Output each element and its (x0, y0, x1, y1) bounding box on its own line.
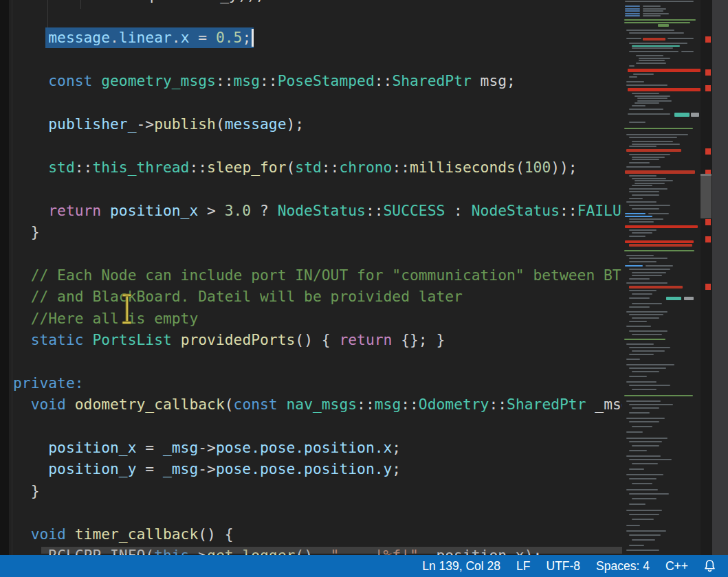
minimap-line (629, 109, 663, 110)
editor-left-border (12, 0, 12, 555)
minimap-line (626, 84, 668, 86)
code-line[interactable]: publisher_->publish(message); (48, 113, 304, 135)
code-line[interactable]: void odometry_callback(const nav_msgs::m… (31, 394, 622, 416)
minimap-line (629, 205, 670, 206)
minimap-line (629, 545, 644, 546)
code-token: -> (198, 439, 216, 456)
minimap-line (633, 73, 654, 75)
code-line[interactable]: position_y)); (150, 0, 265, 6)
minimap-line (625, 15, 640, 16)
minimap-line (632, 194, 659, 196)
minimap-line (635, 95, 670, 97)
minimap-line (632, 208, 659, 210)
code-line[interactable]: return position_x > 3.0 ? NodeStatus::SU… (48, 200, 622, 222)
code-line[interactable]: //Here all is empty (31, 308, 199, 330)
minimap-line (629, 376, 647, 377)
minimap-line (643, 10, 663, 12)
code-line[interactable]: message.linear.x = 0.5; (48, 27, 251, 49)
minimap-line (632, 185, 652, 186)
code-token: :: (189, 159, 207, 176)
notifications-bell-icon[interactable] (704, 559, 716, 573)
code-line[interactable]: const geometry_msgs::msg::PoseStamped::S… (48, 70, 516, 92)
code-line[interactable]: } (31, 480, 40, 502)
minimap-line (626, 400, 661, 402)
error-mark (705, 236, 711, 242)
minimap-line (626, 438, 668, 439)
code-token: // and BlackBoard. Dateil will be proivi… (31, 288, 463, 305)
minimap-line (624, 395, 693, 396)
status-language[interactable]: C++ (665, 559, 688, 574)
code-line[interactable]: // and BlackBoard. Dateil will be proivi… (31, 286, 463, 308)
window-edge (712, 0, 728, 555)
minimap-line (626, 359, 640, 360)
scrollbar-thumb[interactable] (701, 174, 712, 218)
minimap-line (629, 65, 635, 67)
code-line[interactable]: void timer_callback() { (31, 523, 234, 545)
code-token: :: (75, 159, 93, 176)
code-line[interactable]: static PortsList providedPorts() { retur… (31, 329, 445, 351)
minimap-line (626, 418, 665, 419)
code-line[interactable]: } (31, 221, 40, 243)
status-line-col[interactable]: Ln 139, Col 28 (422, 559, 500, 574)
minimap-line (632, 105, 646, 106)
minimap-line (629, 306, 650, 308)
minimap-line (629, 258, 668, 259)
minimap-line (632, 445, 659, 446)
minimap-line (624, 250, 694, 251)
minimap-line (629, 269, 670, 270)
minimap-line (625, 240, 694, 243)
status-encoding[interactable]: UTF-8 (547, 559, 581, 574)
minimap-line (643, 13, 669, 14)
minimap-line (629, 290, 657, 291)
code-token: msg; (472, 72, 516, 89)
minimap[interactable] (622, 0, 701, 555)
minimap-line (629, 404, 673, 405)
minimap-line (629, 43, 687, 44)
code-line[interactable]: std::this_thread::sleep_for(std::chrono:… (48, 157, 577, 179)
code-token: :: (560, 202, 577, 219)
code-token: . (172, 29, 181, 46)
code-token: chrono (339, 159, 392, 176)
minimap-line (626, 455, 661, 457)
code-token (278, 396, 287, 413)
code-line[interactable]: // Each Node can include port IN/OUT for… (31, 264, 621, 286)
horizontal-scrollbar[interactable] (41, 547, 622, 554)
minimap-line (629, 297, 650, 299)
minimap-line (632, 275, 662, 276)
code-line[interactable]: position_x = _msg->pose.pose.position.x; (48, 437, 401, 459)
code-token: // Each Node can include port IN/OUT for… (31, 267, 621, 284)
status-indentation[interactable]: Spaces: 4 (596, 559, 650, 574)
error-mark (705, 36, 711, 43)
indent-guide (80, 0, 81, 9)
code-token: {}; } (392, 331, 445, 348)
code-token: () { (198, 525, 233, 543)
code-token: return (339, 331, 392, 348)
minimap-line (666, 297, 681, 300)
minimap-line (629, 412, 650, 414)
minimap-line (629, 321, 647, 322)
code-token: const (48, 72, 92, 89)
minimap-line (625, 5, 640, 7)
error-mark (705, 148, 711, 155)
code-editor[interactable]: position_y));message.linear.x = 0.5;cons… (0, 0, 622, 555)
minimap-line (635, 102, 659, 104)
minimap-line (635, 183, 665, 184)
status-eol[interactable]: LF (516, 559, 530, 574)
code-line[interactable]: private: (13, 372, 84, 394)
minimap-line (629, 450, 647, 451)
minimap-line (626, 343, 654, 345)
minimap-line (626, 81, 644, 82)
minimap-line (629, 441, 662, 442)
code-token: NodeStatus (278, 202, 366, 219)
minimap-line (632, 93, 659, 94)
code-line[interactable]: position_y = _msg->pose.pose.position.y; (48, 458, 401, 480)
code-token: std (295, 159, 321, 176)
vertical-scrollbar[interactable] (701, 0, 712, 555)
code-token: static (31, 331, 84, 348)
minimap-line (684, 297, 694, 300)
minimap-line (632, 317, 659, 319)
minimap-line (626, 282, 668, 284)
code-token: = (136, 460, 162, 477)
code-token: :: (357, 396, 375, 413)
minimap-line (632, 334, 662, 335)
